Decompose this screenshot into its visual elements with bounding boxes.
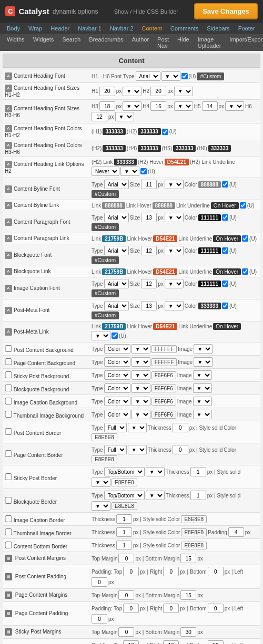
- heading-font-select2[interactable]: ▼: [161, 71, 180, 81]
- post-margin-top[interactable]: [118, 554, 134, 563]
- h6-color-badge[interactable]: 333333: [208, 145, 231, 152]
- pm-underline-select[interactable]: ▼: [92, 331, 110, 340]
- nav1-header[interactable]: Header: [46, 23, 74, 34]
- para-font-custom-btn[interactable]: #Custom: [92, 223, 119, 231]
- byline-font-checkbox[interactable]: [222, 181, 228, 188]
- h1h2-color-checkbox[interactable]: [162, 129, 168, 135]
- post-border-type[interactable]: Full: [104, 423, 127, 432]
- bq-bg-color[interactable]: F6F6F6: [151, 385, 176, 392]
- post-pad-bottom[interactable]: [208, 567, 224, 576]
- cap-bg-type[interactable]: Color: [104, 397, 130, 406]
- h2-size-unit[interactable]: ▼: [174, 87, 193, 96]
- heading-font-custom-btn[interactable]: #Custom: [197, 72, 224, 80]
- post-content-bg-checkbox[interactable]: [5, 345, 12, 352]
- bq-bg-type2[interactable]: ▼: [132, 383, 150, 393]
- byline-color-badge[interactable]: 888888: [198, 181, 221, 188]
- page-bg-type[interactable]: Color: [104, 357, 130, 367]
- nav1-footer[interactable]: Footer: [234, 23, 259, 34]
- nav2-hide[interactable]: Hide: [173, 34, 194, 51]
- para-link-checkbox[interactable]: [242, 235, 248, 242]
- h1-size-unit[interactable]: ▼: [123, 87, 141, 96]
- thumb-bg-color[interactable]: F6F6F6: [151, 411, 176, 419]
- nav2-widgets[interactable]: Widgets: [29, 34, 58, 51]
- bq-bg-type[interactable]: Color: [104, 383, 130, 393]
- h2-color-badge[interactable]: 333333: [138, 128, 160, 135]
- byline-hover-color[interactable]: 888888: [153, 202, 175, 209]
- page-content-bg-checkbox[interactable]: [5, 358, 12, 365]
- post-bg-color[interactable]: FFFFFF: [151, 345, 177, 353]
- nav2-postnav[interactable]: Post Nav: [153, 34, 173, 51]
- post-pad-right[interactable]: [163, 567, 179, 576]
- sticky-pad-top[interactable]: [123, 640, 139, 644]
- sticky-border-type2[interactable]: ▼: [146, 467, 165, 476]
- page-border-color[interactable]: E8E8E8: [92, 455, 117, 463]
- pm-link-checkbox[interactable]: [112, 333, 118, 339]
- heading-font-checkbox[interactable]: [181, 73, 188, 79]
- page-pad-right[interactable]: [163, 604, 179, 613]
- nav2-widths[interactable]: Widths: [3, 34, 29, 51]
- nav2-author[interactable]: Author: [128, 34, 153, 51]
- nav1-body[interactable]: Body: [3, 23, 24, 34]
- cbb-color[interactable]: E8E8E8: [181, 542, 207, 549]
- sticky-border-checkbox[interactable]: [5, 473, 12, 480]
- pm-color-badge[interactable]: 333333: [198, 303, 221, 309]
- byline-font-custom-btn[interactable]: #Custom: [92, 190, 119, 198]
- cap-bg-color[interactable]: F6F6F6: [151, 398, 176, 406]
- nav2-imageuploader[interactable]: Image Uploader: [194, 34, 226, 51]
- pm-font-custom-btn[interactable]: #Custom: [92, 311, 119, 319]
- byline-link-checkbox[interactable]: [240, 202, 246, 209]
- cap-font-custom-btn[interactable]: #Custom: [92, 289, 119, 297]
- h2-hover-color[interactable]: D54E21: [165, 159, 189, 165]
- bq-border-type[interactable]: Top/Bottom: [104, 491, 145, 500]
- thumb-border-checkbox[interactable]: [5, 528, 12, 535]
- para-font-select[interactable]: Arial: [104, 213, 129, 222]
- sticky-border-style[interactable]: ▼: [92, 477, 110, 487]
- page-border-checkbox[interactable]: [5, 450, 12, 457]
- h2-underline-select[interactable]: Never: [92, 167, 119, 176]
- cbb-thickness[interactable]: [116, 541, 132, 550]
- nav2-importexport[interactable]: Import/Export: [225, 34, 263, 51]
- nav1-content[interactable]: Content: [138, 23, 167, 34]
- para-hover-color[interactable]: D54E21: [153, 235, 177, 242]
- bq-font-checkbox[interactable]: [222, 247, 228, 254]
- page-border-thickness[interactable]: [173, 445, 188, 454]
- page-margin-bottom[interactable]: [180, 590, 196, 600]
- page-bg-image[interactable]: ▼: [194, 357, 213, 367]
- thumb-padding[interactable]: [228, 527, 244, 537]
- h3-color-badge[interactable]: 333333: [103, 145, 125, 152]
- show-hide-css-builder[interactable]: Show / Hide CSS Builder: [114, 8, 178, 15]
- bq-border-style[interactable]: ▼: [92, 501, 110, 511]
- post-bg-type[interactable]: Color: [104, 344, 130, 354]
- pm-font-select[interactable]: Arial: [104, 301, 129, 310]
- nav2-search[interactable]: Search: [58, 34, 85, 51]
- sticky-pad-right[interactable]: [163, 640, 179, 644]
- pm-link-color[interactable]: 21759B: [102, 323, 126, 330]
- cap-bg-checkbox[interactable]: [5, 398, 12, 404]
- thumb-bg-type2[interactable]: ▼: [132, 410, 150, 419]
- page-border-type2[interactable]: ▼: [128, 445, 147, 454]
- bq-font-select[interactable]: Arial: [104, 246, 129, 255]
- bq-hover-color[interactable]: D54E21: [153, 268, 177, 275]
- h2-underline-select2[interactable]: ▼: [120, 167, 139, 176]
- byline-size-input[interactable]: [141, 180, 157, 189]
- save-changes-button[interactable]: Save Changes: [194, 3, 258, 19]
- page-border-type[interactable]: Full: [104, 445, 127, 454]
- nav1-wrap[interactable]: Wrap: [24, 23, 46, 34]
- pm-size-unit[interactable]: ▼: [165, 301, 184, 310]
- sticky-margin-bottom[interactable]: [180, 627, 196, 637]
- h5-color-badge[interactable]: 333333: [173, 145, 196, 152]
- sticky-bg-type[interactable]: Color: [104, 370, 130, 380]
- post-border-color[interactable]: E8E8E8: [92, 433, 117, 441]
- h2-link-color[interactable]: 333333: [114, 159, 137, 165]
- h1-size-input[interactable]: [99, 87, 115, 96]
- cap-border-color[interactable]: E8E8E8: [181, 515, 207, 523]
- para-size-unit[interactable]: ▼: [165, 213, 184, 222]
- h5-unit[interactable]: ▼: [225, 101, 244, 111]
- byline-font-select[interactable]: Arial: [104, 180, 129, 189]
- byline-link-color[interactable]: 888888: [102, 202, 125, 209]
- thumb-bg-type[interactable]: Color: [104, 410, 130, 419]
- post-border-type2[interactable]: ▼: [128, 423, 147, 432]
- bq-link-checkbox[interactable]: [242, 268, 248, 275]
- h3-unit[interactable]: ▼: [123, 101, 141, 111]
- content-bottom-border-checkbox[interactable]: [5, 542, 12, 548]
